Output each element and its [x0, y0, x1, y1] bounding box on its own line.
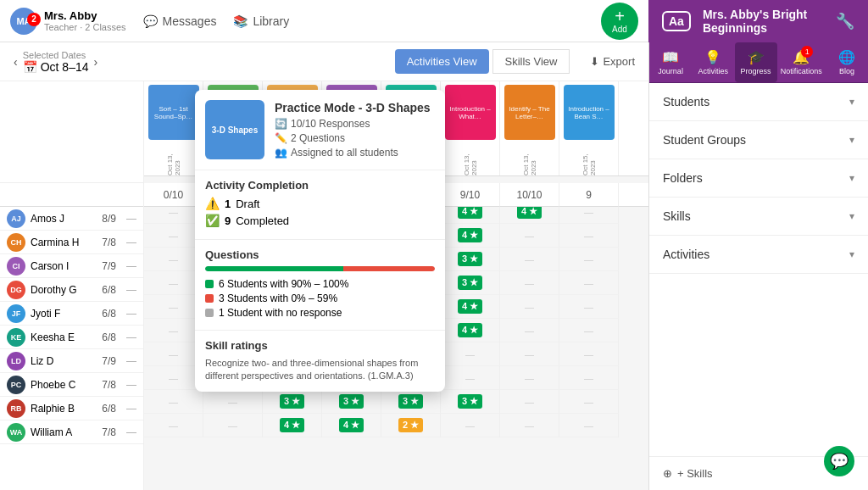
progress-label: Progress	[741, 67, 771, 75]
student-row: PC Phoebe C 7/8 —	[0, 373, 143, 397]
student-dash: —	[126, 284, 136, 296]
activity-thumb: Introduction – Bean S…	[564, 85, 615, 140]
student-avatar: RB	[7, 399, 25, 418]
activities-view-button[interactable]: Activities View	[395, 49, 489, 74]
accordion-header[interactable]: Folders ▾	[649, 159, 868, 197]
score-cell: —	[559, 390, 619, 414]
student-score: 7/8	[102, 379, 116, 391]
student-avatar: WA	[7, 423, 25, 442]
student-score: 7/8	[102, 426, 116, 438]
questions-icon: ✏️	[275, 132, 287, 144]
accordion-students[interactable]: Students ▾	[649, 83, 868, 121]
messages-label: Messages	[163, 14, 217, 28]
accordion-activities[interactable]: Activities ▾	[649, 236, 868, 274]
score-cell: —	[203, 414, 263, 437]
accordion-header[interactable]: Students ▾	[649, 83, 868, 120]
student-avatar: KE	[7, 328, 25, 347]
student-name: Jyoti F	[31, 308, 97, 320]
student-row: KE Keesha E 6/8 —	[0, 326, 143, 349]
add-label: Add	[612, 25, 627, 34]
accordion-header[interactable]: Skills ▾	[649, 198, 868, 235]
selected-dates-label: Selected Dates	[23, 50, 89, 60]
right-nav-progress[interactable]: 🎓 Progress	[735, 42, 777, 82]
student-row: JF Jyoti F 6/8 —	[0, 302, 143, 326]
export-label: Export	[603, 55, 635, 68]
score-cell: 4 ★	[441, 295, 500, 319]
score-cell: 3 ★	[322, 390, 381, 414]
add-button[interactable]: + Add	[601, 3, 638, 40]
student-name: Carson I	[31, 260, 97, 272]
question-dot	[205, 280, 214, 288]
score-cell: —	[441, 414, 500, 437]
student-row: DG Dorothy G 6/8 —	[0, 278, 143, 302]
right-nav-blog[interactable]: 🌐 Blog	[826, 42, 868, 82]
score-cell: 4 ★	[322, 414, 381, 437]
skills-view-button[interactable]: Skills View	[492, 49, 570, 74]
activities-label: Activities	[698, 67, 729, 75]
messages-nav[interactable]: 💬 Messages	[143, 14, 217, 28]
questions-title: Questions	[205, 248, 435, 261]
right-nav-journal[interactable]: 📖 Journal	[649, 42, 692, 82]
activity-column[interactable]: Identify – The Letter–… Oct 13, 2023	[500, 81, 559, 175]
student-name: Keesha E	[31, 331, 97, 343]
accordion-label: Student Groups	[663, 133, 746, 147]
library-label: Library	[253, 14, 289, 28]
right-nav-notifications[interactable]: 🔔1 Notifications	[777, 42, 826, 82]
student-avatar: DG	[7, 281, 25, 299]
student-name: Dorothy G	[31, 284, 97, 296]
student-avatar: JF	[7, 304, 25, 323]
score-cell: —	[500, 224, 559, 248]
class-title: Mrs. Abby's Bright Beginnings	[703, 8, 829, 35]
completed-icon: ✅	[205, 214, 220, 227]
accordion-skills[interactable]: Skills ▾	[649, 198, 868, 236]
next-date-arrow[interactable]: ›	[94, 55, 98, 69]
export-button[interactable]: ⬇ Export	[590, 55, 635, 68]
skill-description: Recognize two- and three-dimensional sha…	[205, 357, 435, 383]
score-cell: —	[500, 248, 559, 271]
score-cell: —	[559, 271, 619, 295]
score-row: ——3 ★3 ★3 ★3 ★——	[144, 390, 648, 414]
activity-date: Oct 13, 2023	[166, 142, 181, 175]
library-nav[interactable]: 📚 Library	[233, 14, 289, 28]
add-skills-label: + Skills	[677, 467, 713, 480]
activities-icon: 💡	[704, 49, 721, 65]
chevron-icon: ▾	[849, 210, 854, 222]
activity-popup: 3-D Shapes Practice Mode - 3-D Shapes 🔄 …	[195, 90, 445, 392]
messages-icon: 💬	[143, 14, 158, 28]
student-score: 8/9	[102, 213, 116, 225]
calendar-icon: 📅	[23, 60, 37, 74]
questions-progress-bar	[205, 266, 435, 271]
score-cell: 3 ★	[441, 390, 500, 414]
accordion-header[interactable]: Student Groups ▾	[649, 121, 868, 159]
accordion-label: Skills	[663, 209, 691, 223]
activity-column[interactable]: Introduction – Bean S… Oct 15, 2023	[559, 81, 619, 175]
score-cell: —	[559, 248, 619, 271]
chevron-icon: ▾	[849, 248, 854, 260]
blog-icon: 🌐	[838, 49, 855, 65]
score-cell: 3 ★	[263, 390, 322, 414]
question-stat-row: 6 Students with 90% – 100%	[205, 278, 435, 290]
chat-bubble[interactable]: 💬	[824, 446, 854, 476]
student-row: AJ Amos J 8/9 —	[0, 207, 143, 231]
questions-bar-fill	[205, 266, 435, 271]
user-avatar: MA 2	[10, 8, 37, 35]
activity-column[interactable]: Introduction – What… Oct 13, 2023	[441, 81, 500, 175]
settings-icon[interactable]: 🔧	[836, 12, 854, 31]
activity-thumb: Identify – The Letter–…	[504, 85, 555, 140]
date-range-value: Oct 8–14	[41, 60, 89, 74]
right-nav-activities[interactable]: 💡 Activities	[692, 42, 734, 82]
popup-thumbnail: 3-D Shapes	[205, 100, 264, 159]
student-dash: —	[126, 260, 136, 272]
activity-date: Oct 13, 2023	[522, 142, 537, 175]
question-text: 3 Students with 0% – 59%	[219, 292, 337, 304]
user-role: Teacher · 2 Classes	[44, 22, 126, 32]
accordion-folders[interactable]: Folders ▾	[649, 159, 868, 198]
score-cell: —	[559, 414, 619, 437]
prev-date-arrow[interactable]: ‹	[14, 55, 18, 69]
accordion-header[interactable]: Activities ▾	[649, 236, 868, 273]
notifications-icon: 🔔1	[793, 49, 810, 65]
accordion-label: Students	[663, 95, 709, 109]
accordion-student-groups[interactable]: Student Groups ▾	[649, 121, 868, 159]
score-row: ——4 ★4 ★2 ★———	[144, 414, 648, 437]
score-total-cell: 9	[559, 183, 619, 207]
